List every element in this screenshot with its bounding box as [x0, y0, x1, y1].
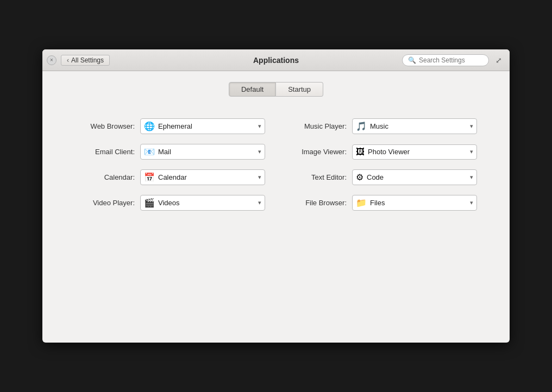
web-browser-label: Web Browser: [75, 122, 135, 130]
text-editor-label: Text Editor: [287, 173, 347, 181]
web-browser-dropdown[interactable]: 🌐 Ephemeral ▾ [140, 118, 265, 134]
settings-window: × ‹ All Settings Applications 🔍 ⤢ Defaul… [42, 49, 510, 343]
email-client-dropdown[interactable]: 📧 Mail ▾ [140, 144, 265, 160]
calendar-icon: 📅 [144, 172, 155, 182]
image-viewer-label: Image Viewer: [287, 148, 347, 156]
text-editor-row: Text Editor: ⚙ Code ▾ [287, 169, 477, 185]
tab-startup[interactable]: Startup [276, 82, 323, 97]
music-player-row: Music Player: 🎵 Music ▾ [287, 118, 477, 134]
search-box[interactable]: 🔍 [402, 54, 489, 66]
email-client-icon: 📧 [144, 147, 155, 157]
tabs-bar: Default Startup [59, 82, 493, 97]
image-viewer-row: Image Viewer: 🖼 Photo Viewer ▾ [287, 144, 477, 160]
email-client-arrow-icon: ▾ [258, 148, 261, 155]
calendar-arrow-icon: ▾ [258, 174, 261, 181]
image-viewer-dropdown[interactable]: 🖼 Photo Viewer ▾ [352, 144, 477, 160]
email-client-label: Email Client: [75, 148, 135, 156]
calendar-row: Calendar: 📅 Calendar ▾ [75, 169, 265, 185]
music-player-dropdown[interactable]: 🎵 Music ▾ [352, 118, 477, 134]
text-editor-value: Code [367, 173, 468, 181]
web-browser-arrow-icon: ▾ [258, 123, 261, 130]
video-player-row: Video Player: 🎬 Videos ▾ [75, 195, 265, 211]
tab-default[interactable]: Default [229, 82, 276, 97]
page-title: Applications [253, 56, 299, 65]
close-button[interactable]: × [47, 55, 57, 65]
email-client-value: Mail [158, 148, 256, 156]
file-browser-row: File Browser: 📁 Files ▾ [287, 195, 477, 211]
back-button[interactable]: ‹ All Settings [61, 55, 110, 66]
web-browser-row: Web Browser: 🌐 Ephemeral ▾ [75, 118, 265, 134]
music-player-icon: 🎵 [356, 121, 367, 131]
content-area: Default Startup Web Browser: 🌐 Ephemeral… [42, 71, 510, 343]
video-player-dropdown[interactable]: 🎬 Videos ▾ [140, 195, 265, 211]
file-browser-dropdown[interactable]: 📁 Files ▾ [352, 195, 477, 211]
video-player-arrow-icon: ▾ [258, 199, 261, 206]
music-player-value: Music [370, 122, 468, 130]
image-viewer-icon: 🖼 [356, 147, 365, 157]
music-player-arrow-icon: ▾ [470, 123, 473, 130]
music-player-label: Music Player: [287, 122, 347, 130]
text-editor-icon: ⚙ [356, 172, 363, 182]
calendar-value: Calendar [158, 173, 256, 181]
video-player-label: Video Player: [75, 199, 135, 207]
video-player-icon: 🎬 [144, 198, 155, 208]
chevron-left-icon: ‹ [67, 56, 69, 64]
file-browser-label: File Browser: [287, 199, 347, 207]
text-editor-dropdown[interactable]: ⚙ Code ▾ [352, 169, 477, 185]
search-icon: 🔍 [408, 56, 416, 64]
titlebar: × ‹ All Settings Applications 🔍 ⤢ [42, 49, 510, 71]
image-viewer-value: Photo Viewer [368, 148, 468, 156]
expand-button[interactable]: ⤢ [492, 54, 505, 67]
text-editor-arrow-icon: ▾ [470, 174, 473, 181]
calendar-dropdown[interactable]: 📅 Calendar ▾ [140, 169, 265, 185]
email-client-row: Email Client: 📧 Mail ▾ [75, 144, 265, 160]
web-browser-icon: 🌐 [144, 121, 155, 131]
file-browser-icon: 📁 [356, 198, 367, 208]
file-browser-arrow-icon: ▾ [470, 199, 473, 206]
file-browser-value: Files [370, 199, 468, 207]
calendar-label: Calendar: [75, 173, 135, 181]
video-player-value: Videos [158, 199, 256, 207]
web-browser-value: Ephemeral [158, 122, 256, 130]
settings-grid: Web Browser: 🌐 Ephemeral ▾ Music Player:… [75, 118, 477, 211]
image-viewer-arrow-icon: ▾ [470, 148, 473, 155]
search-input[interactable] [419, 56, 483, 64]
